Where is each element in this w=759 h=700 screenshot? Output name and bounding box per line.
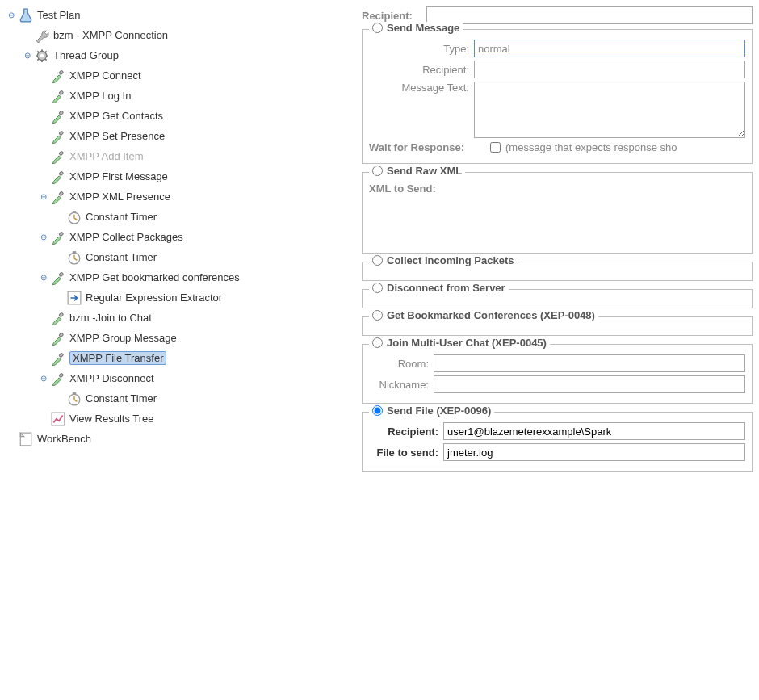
send-raw-xml-radio[interactable] — [372, 166, 383, 176]
join-muc-radio[interactable] — [372, 337, 383, 348]
legend-label: Send Raw XML — [387, 165, 462, 177]
flask-icon — [19, 8, 33, 23]
tree-node-xmpp-collect-packages[interactable]: ⊖XMPP Collect Packages — [39, 227, 352, 247]
pipette-icon — [51, 69, 65, 83]
top-recipient-input[interactable] — [426, 6, 753, 24]
tree-label: XMPP XML Presence — [69, 191, 170, 203]
legend-label: Collect Incoming Packets — [387, 254, 514, 266]
message-text-input[interactable] — [474, 82, 745, 138]
pipette-icon — [51, 230, 65, 245]
tree-node-xmpp-login[interactable]: XMPP Log In — [39, 86, 352, 106]
room-input[interactable] — [434, 354, 745, 372]
tree-toggle-icon[interactable]: ⊖ — [39, 233, 48, 241]
tree-label: XMPP Get Contacts — [69, 110, 163, 122]
sendfile-recipient-label: Recipient: — [369, 425, 443, 438]
collect-packets-group: Collect Incoming Packets — [362, 262, 753, 281]
legend-label: Join Multi-User Chat (XEP-0045) — [387, 337, 547, 349]
tree-node-xmpp-get-contacts[interactable]: XMPP Get Contacts — [39, 106, 352, 126]
get-bookmarked-radio[interactable] — [372, 310, 383, 321]
wait-response-checkbox[interactable] — [490, 142, 501, 153]
tree-toggle-icon[interactable]: ⊖ — [23, 51, 31, 60]
tree-toggle-icon[interactable]: ⊖ — [39, 192, 48, 201]
tree-node-xmpp-connect[interactable]: XMPP Connect — [39, 65, 352, 86]
tree-label: WorkBench — [37, 433, 91, 445]
test-plan-tree[interactable]: ⊖ Test Plan bzm - XMPP Connection ⊖ Thre… — [3, 5, 352, 449]
tree-node-xmpp-disconnect[interactable]: ⊖XMPP Disconnect — [39, 368, 352, 388]
legend-label: Get Bookmarked Conferences (XEP-0048) — [387, 309, 595, 321]
tree-label: XMPP First Message — [69, 170, 168, 182]
tree-label: bzm -Join to Chat — [69, 312, 152, 324]
tree-label: XMPP Group Message — [69, 332, 177, 344]
tree-toggle-icon[interactable]: ⊖ — [39, 374, 48, 383]
send-message-radio[interactable] — [372, 23, 383, 33]
wrench-icon — [35, 28, 49, 43]
sendfile-recipient-input[interactable] — [443, 422, 745, 440]
tree-node-xmpp-add-item[interactable]: XMPP Add Item — [39, 146, 352, 166]
pipette-icon — [51, 331, 65, 346]
pipette-icon — [51, 89, 65, 103]
wait-response-label: Wait for Response: — [369, 141, 490, 153]
timer-icon — [67, 210, 82, 224]
get-bookmarked-group: Get Bookmarked Conferences (XEP-0048) — [362, 316, 753, 336]
recipient-input[interactable] — [474, 61, 745, 78]
disconnect-radio[interactable] — [372, 283, 383, 293]
timer-icon — [67, 392, 82, 406]
tree-node-constant-timer[interactable]: Constant Timer — [55, 207, 352, 227]
pipette-icon — [51, 270, 65, 285]
pipette-icon — [51, 351, 65, 366]
arrow-icon — [67, 291, 82, 305]
pipette-icon — [51, 170, 65, 184]
tree-node-xmpp-connection[interactable]: bzm - XMPP Connection — [23, 25, 352, 45]
timer-icon — [67, 250, 82, 265]
tree-label: Constant Timer — [86, 211, 157, 223]
tree-toggle-icon[interactable]: ⊖ — [39, 273, 48, 282]
tree-panel: ⊖ Test Plan bzm - XMPP Connection ⊖ Thre… — [0, 0, 355, 700]
wait-response-hint: (message that expects response sho — [505, 141, 677, 153]
disconnect-group: Disconnect from Server — [362, 289, 753, 308]
file-to-send-label: File to send: — [369, 446, 443, 459]
recipient-label: Recipient: — [362, 10, 426, 22]
tree-node-workbench[interactable]: WorkBench — [6, 429, 352, 449]
tree-toggle-icon[interactable]: ⊖ — [6, 10, 15, 19]
legend-label: Disconnect from Server — [387, 282, 505, 294]
tree-node-group-message[interactable]: XMPP Group Message — [39, 328, 352, 348]
recipient-label: Recipient: — [369, 64, 474, 76]
tree-node-thread-group[interactable]: ⊖ Thread Group — [23, 45, 352, 65]
tree-label: XMPP File Transfer — [69, 351, 166, 365]
nickname-input[interactable] — [434, 375, 745, 393]
tree-label: XMPP Get bookmarked conferences — [69, 271, 240, 283]
send-file-radio[interactable] — [372, 405, 383, 416]
file-to-send-input[interactable] — [443, 443, 745, 461]
tree-node-test-plan[interactable]: ⊖ Test Plan — [6, 5, 352, 25]
tree-node-xmpp-first-message[interactable]: XMPP First Message — [39, 166, 352, 187]
tree-label: Constant Timer — [86, 392, 157, 404]
xml-to-send-label: XML to Send: — [369, 182, 441, 195]
pipette-icon — [51, 371, 65, 386]
tree-label: Thread Group — [53, 49, 119, 61]
file-icon — [19, 432, 33, 446]
tree-node-view-results[interactable]: View Results Tree — [39, 409, 352, 429]
type-input[interactable] — [474, 40, 745, 57]
send-file-group: Send File (XEP-0096) Recipient: File to … — [362, 412, 753, 472]
pipette-icon — [51, 129, 65, 144]
gear-icon — [35, 48, 49, 63]
tree-label: Constant Timer — [86, 251, 157, 263]
sampler-config-panel: Recipient: Send Message Type: Recipient:… — [355, 0, 759, 700]
tree-node-constant-timer[interactable]: Constant Timer — [55, 388, 352, 409]
tree-node-file-transfer[interactable]: XMPP File Transfer — [39, 348, 352, 368]
tree-label: XMPP Disconnect — [69, 372, 154, 384]
tree-node-xmpp-get-bookmarked[interactable]: ⊖XMPP Get bookmarked conferences — [39, 267, 352, 287]
legend-label: Send Message — [387, 22, 459, 34]
tree-node-xmpp-xml-presence[interactable]: ⊖XMPP XML Presence — [39, 187, 352, 207]
tree-node-join-chat[interactable]: bzm -Join to Chat — [39, 308, 352, 328]
tree-label: Regular Expression Extractor — [86, 291, 222, 304]
tree-node-regex-extractor[interactable]: Regular Expression Extractor — [55, 287, 352, 308]
tree-label: bzm - XMPP Connection — [53, 29, 168, 41]
tree-node-xmpp-set-presence[interactable]: XMPP Set Presence — [39, 126, 352, 146]
tree-label: XMPP Connect — [69, 69, 141, 82]
join-muc-group: Join Multi-User Chat (XEP-0045) Room: Ni… — [362, 344, 753, 404]
tree-node-constant-timer[interactable]: Constant Timer — [55, 247, 352, 267]
collect-packets-radio[interactable] — [372, 255, 383, 266]
send-message-group: Send Message Type: Recipient: Message Te… — [362, 29, 753, 164]
pipette-icon — [51, 149, 65, 164]
